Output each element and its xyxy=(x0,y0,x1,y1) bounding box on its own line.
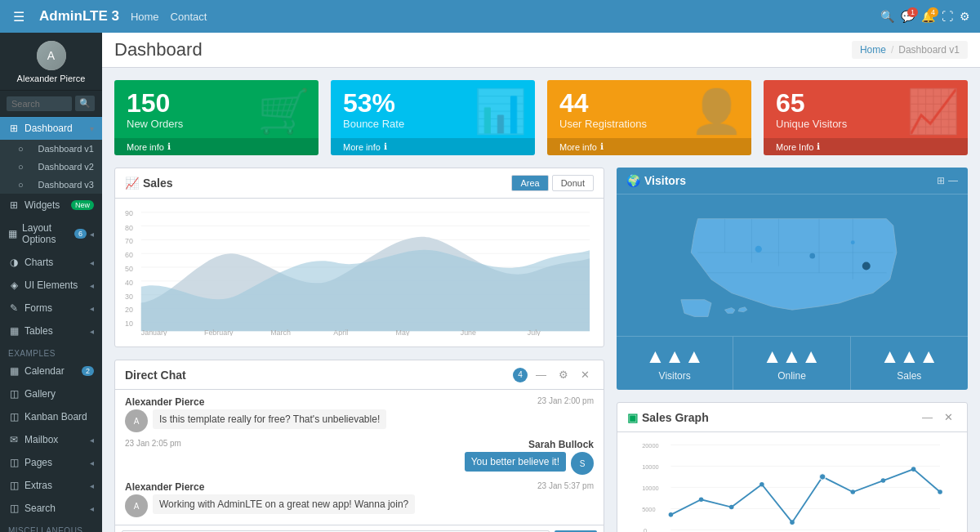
sidebar-item-dashboard-v1[interactable]: ○ Dashboard v1 xyxy=(0,140,102,158)
nav-link-home[interactable]: Home xyxy=(131,11,159,23)
svg-text:March: March xyxy=(270,329,291,336)
extras-icon: ◫ xyxy=(8,480,20,491)
sales-area-chart: 90 80 70 60 50 40 30 20 10 xyxy=(125,205,594,336)
visitors-expand-btn[interactable]: ⊞ xyxy=(937,175,945,186)
chart-btn-area[interactable]: Area xyxy=(511,175,548,191)
sidebar-item-kanban[interactable]: ◫ Kanban Board xyxy=(0,405,102,428)
sidebar-item-calendar[interactable]: ▦ Calendar 2 xyxy=(0,360,102,382)
stat-label-vis: Unique Visitors xyxy=(776,118,956,130)
chat-settings-btn[interactable]: ⚙ xyxy=(555,367,572,382)
forms-icon: ✎ xyxy=(8,302,20,314)
search-icon-btn[interactable]: 🔍 xyxy=(880,10,894,23)
sidebar-search-btn[interactable]: 🔍 xyxy=(75,96,95,111)
search-arrow: ◂ xyxy=(90,504,94,513)
chart-btn-donut[interactable]: Donut xyxy=(552,175,594,191)
sidebar-item-tables[interactable]: ▦ Tables ◂ xyxy=(0,320,102,342)
sidebar-item-pages[interactable]: ◫ Pages ◂ xyxy=(0,451,102,474)
chat-footer: Send xyxy=(115,525,604,532)
sidebar-item-search[interactable]: ◫ Search ◂ xyxy=(0,497,102,520)
sidebar-item-dashboard[interactable]: ⊞ Dashboard ▾ xyxy=(0,117,102,140)
svg-point-45 xyxy=(819,474,825,480)
forms-arrow: ◂ xyxy=(90,304,94,313)
sidebar-toggle-btn[interactable]: ☰ xyxy=(10,9,28,25)
sales-chart-header: 📈 Sales Area Donut xyxy=(115,168,604,199)
msg1-bubble: Is this template really for free? That's… xyxy=(153,409,386,429)
sidebar-item-forms[interactable]: ✎ Forms ◂ xyxy=(0,297,102,320)
nav-link-contact[interactable]: Contact xyxy=(171,11,207,23)
msg2-avatar: S xyxy=(571,452,594,475)
sidebar-item-gallery[interactable]: ◫ Gallery xyxy=(0,382,102,405)
chat-message-1: Alexander Pierce 23 Jan 2:00 pm A Is thi… xyxy=(125,396,594,432)
sidebar-username: Alexander Pierce xyxy=(17,74,86,83)
breadcrumb-sep: / xyxy=(891,44,893,56)
circle-icon-v1: ○ xyxy=(18,144,24,154)
stat-box-visitors: 📈 65 Unique Visitors More Info ℹ xyxy=(764,80,968,155)
svg-text:February: February xyxy=(204,329,234,336)
sidebar-item-dashboard-v2[interactable]: ○ Dashboard v2 xyxy=(0,158,102,176)
sales-graph-minimize-btn[interactable]: — xyxy=(918,409,937,425)
visitors-stat-online: ▲▲▲ Online xyxy=(733,337,850,390)
svg-point-49 xyxy=(938,490,942,494)
svg-point-41 xyxy=(699,498,704,503)
sidebar-item-charts[interactable]: ◑ Charts ◂ xyxy=(0,251,102,274)
svg-text:20: 20 xyxy=(125,306,133,314)
layout-icon: ▦ xyxy=(8,228,17,239)
svg-text:June: June xyxy=(461,329,476,336)
msg1-name: Alexander Pierce xyxy=(125,396,204,408)
sidebar-search-area: 🔍 xyxy=(0,91,102,117)
breadcrumb-home[interactable]: Home xyxy=(860,44,886,56)
layout-badge: 6 xyxy=(74,229,87,239)
dashboard-arrow: ▾ xyxy=(90,124,94,133)
sidebar: A Alexander Pierce 🔍 ⊞ Dashboard ▾ xyxy=(0,33,102,532)
tables-arrow: ◂ xyxy=(90,327,94,336)
visitors-stat-label-0: Visitors xyxy=(625,370,724,382)
notifications-badge: 4 xyxy=(928,7,938,17)
sidebar-search-input[interactable] xyxy=(7,96,72,111)
expand-btn[interactable]: ⛶ xyxy=(942,10,953,23)
chat-minimize-btn[interactable]: — xyxy=(532,367,550,382)
svg-text:20000: 20000 xyxy=(642,442,659,449)
svg-point-48 xyxy=(911,467,916,472)
sidebar-item-ui-elements[interactable]: ◈ UI Elements ◂ xyxy=(0,274,102,297)
svg-point-40 xyxy=(669,512,674,517)
chart-line-icon: 📈 xyxy=(125,177,139,190)
left-column: 📈 Sales Area Donut 90 80 7 xyxy=(114,168,604,532)
visitors-stat-label-2: Sales xyxy=(859,370,960,382)
stat-footer-orders[interactable]: More info ℹ xyxy=(114,138,318,155)
messages-badge: 1 xyxy=(907,7,918,17)
visitors-stat-label-1: Online xyxy=(742,370,841,382)
sales-graph-close-btn[interactable]: ✕ xyxy=(940,409,957,425)
visitors-minimize-btn[interactable]: — xyxy=(948,175,958,186)
notifications-btn[interactable]: 🔔 4 xyxy=(921,10,935,23)
msg2-name: Sarah Bullock xyxy=(528,439,594,450)
stat-label-reg: User Registrations xyxy=(559,118,739,130)
sidebar-item-widgets[interactable]: ⊞ Widgets New xyxy=(0,194,102,217)
svg-point-47 xyxy=(881,478,886,483)
svg-point-26 xyxy=(755,246,762,253)
svg-text:30: 30 xyxy=(125,293,133,301)
svg-text:90: 90 xyxy=(125,209,133,217)
sidebar-item-mailbox[interactable]: ✉ Mailbox ◂ xyxy=(0,428,102,451)
sidebar-item-extras[interactable]: ◫ Extras ◂ xyxy=(0,474,102,497)
stat-footer-reg[interactable]: More info ℹ xyxy=(547,138,751,155)
search-icon: ◫ xyxy=(8,503,20,514)
sidebar-item-layout[interactable]: ▦ Layout Options 6 ◂ xyxy=(0,217,102,251)
pages-arrow: ◂ xyxy=(90,458,94,467)
sidebar-item-dashboard-v3[interactable]: ○ Dashboard v3 xyxy=(0,176,102,194)
ui-arrow: ◂ xyxy=(90,281,94,290)
options-btn[interactable]: ⚙ xyxy=(960,10,970,23)
stat-footer-vis[interactable]: More Info ℹ xyxy=(764,138,968,155)
stat-footer-bounce[interactable]: More info ℹ xyxy=(331,138,535,155)
chat-close-btn[interactable]: ✕ xyxy=(577,367,594,382)
msg1-time: 23 Jan 2:00 pm xyxy=(537,396,594,408)
us-map-svg xyxy=(625,199,960,333)
stat-footer-icon-0: ℹ xyxy=(167,141,171,152)
svg-text:10000: 10000 xyxy=(642,463,659,471)
section-examples: EXAMPLES xyxy=(0,342,102,360)
breadcrumb-current: Dashboard v1 xyxy=(898,44,960,56)
messages-btn[interactable]: 💬 1 xyxy=(901,10,915,23)
svg-text:80: 80 xyxy=(125,224,133,232)
stat-label-orders: New Orders xyxy=(127,118,306,130)
right-column: 🌍 Visitors ⊞ — xyxy=(617,168,968,532)
svg-point-29 xyxy=(862,262,871,270)
